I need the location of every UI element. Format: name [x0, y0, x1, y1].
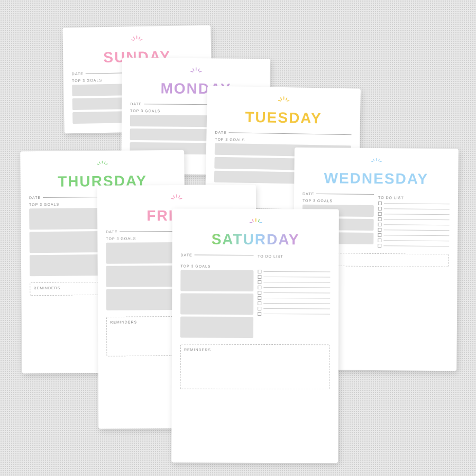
- svg-line-16: [379, 159, 380, 161]
- saturday-title: SATURDAY: [181, 231, 331, 249]
- svg-line-27: [173, 196, 175, 198]
- todo-item: [378, 217, 450, 222]
- svg-line-31: [258, 219, 259, 222]
- saturday-sunburst: [181, 217, 331, 227]
- todo-item: [378, 207, 450, 211]
- todo-item: [258, 270, 331, 273]
- thursday-sunburst: [29, 159, 176, 169]
- todo-item: [258, 296, 331, 300]
- todo-item: [258, 280, 331, 284]
- todo-item: [258, 312, 331, 316]
- tuesday-sunburst: [215, 95, 352, 106]
- wednesday-todo-label: TO DO LIST: [378, 196, 450, 200]
- saturday-todo-label: TO DO LIST: [258, 254, 283, 258]
- svg-line-17: [373, 159, 374, 161]
- todo-item: [258, 286, 331, 289]
- monday-sunburst: [131, 66, 262, 77]
- tuesday-title: TUESDAY: [215, 108, 352, 127]
- todo-item: [378, 239, 449, 243]
- friday-sunburst: [106, 193, 248, 203]
- svg-line-2: [134, 37, 135, 39]
- wednesday-date-label: DATE: [303, 192, 314, 196]
- sunday-sunburst: [71, 34, 203, 45]
- svg-line-23: [106, 164, 107, 164]
- wednesday-sunburst: [303, 156, 450, 167]
- saturday-goals-label: TOP 3 GOALS: [180, 264, 253, 268]
- svg-line-21: [104, 162, 105, 163]
- todo-item: [378, 212, 450, 216]
- svg-line-18: [380, 161, 381, 162]
- todo-item: [378, 244, 449, 248]
- todo-item: [258, 291, 331, 295]
- todo-item: [258, 301, 331, 305]
- todo-item: [378, 233, 449, 237]
- svg-line-29: [171, 198, 173, 199]
- wednesday-title: WEDNESDAY: [303, 170, 450, 188]
- todo-item: [378, 228, 449, 232]
- svg-line-8: [199, 71, 202, 72]
- saturday-goal-1: [180, 270, 253, 291]
- thursday-date-label: DATE: [29, 196, 41, 199]
- svg-line-12: [281, 98, 282, 100]
- todo-item: [258, 275, 331, 279]
- todo-item: [258, 307, 331, 310]
- saturday-goal-2: [180, 294, 253, 315]
- tuesday-goals-label: TOP 3 GOALS: [215, 138, 351, 144]
- wednesday-goals-label: TOP 3 GOALS: [303, 199, 374, 203]
- svg-line-7: [193, 69, 194, 71]
- svg-line-14: [279, 100, 281, 101]
- todo-item: [378, 223, 450, 227]
- svg-line-1: [139, 37, 140, 39]
- saturday-card: SATURDAY DATE TO DO LIST TOP 3 GOALS: [171, 208, 339, 463]
- todo-item: [378, 202, 450, 206]
- friday-date-label: DATE: [106, 230, 117, 234]
- svg-line-4: [132, 40, 134, 40]
- svg-line-9: [191, 71, 193, 72]
- saturday-reminders: REMINDERS: [180, 344, 330, 390]
- saturday-date-label: DATE: [181, 253, 193, 257]
- saturday-reminders-label: REMINDERS: [184, 348, 326, 352]
- svg-line-3: [140, 40, 142, 40]
- svg-line-28: [180, 198, 182, 199]
- svg-line-26: [179, 196, 180, 198]
- svg-line-22: [99, 162, 100, 163]
- svg-line-13: [287, 100, 289, 101]
- sunday-date-label: DATE: [72, 72, 84, 76]
- svg-line-6: [198, 69, 199, 71]
- tuesday-date-label: DATE: [215, 131, 226, 134]
- svg-line-32: [252, 219, 253, 222]
- svg-line-19: [371, 161, 373, 162]
- monday-date-label: DATE: [130, 102, 142, 106]
- svg-line-11: [286, 98, 287, 100]
- saturday-goal-3: [180, 317, 253, 338]
- svg-line-24: [97, 164, 99, 164]
